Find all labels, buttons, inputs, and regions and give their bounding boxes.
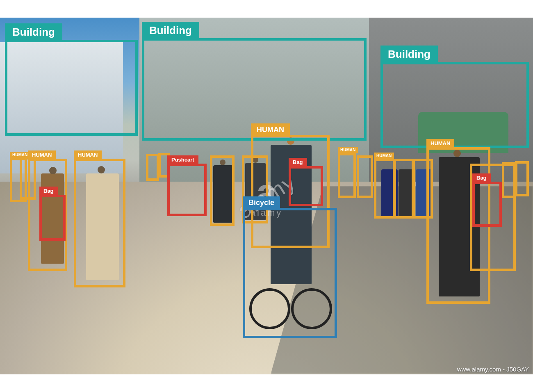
bbox-building-1: Building [5,40,138,136]
bbox-pushcart: Pushcart [167,164,207,216]
bbox-label: HUMAN [374,153,394,159]
bbox-label: Building [5,23,62,40]
bbox-building-3: Building [380,62,529,148]
bbox-bicycle: Bicycle [243,208,337,338]
stock-id-text: www.alamy.com - J50GAY [457,366,529,373]
bbox-label: Pushcart [167,155,198,164]
stage: alamy a alamy BuildingBuildingBuildingHU… [0,0,533,392]
bbox-human-l-2: HUMAN [74,159,125,287]
bbox-label: Building [142,22,199,38]
bbox-bag-center: Bag [289,166,323,206]
bbox-human-far-r2: HUMAN [515,161,529,196]
bbox-label: HUMAN [28,150,56,159]
bbox-label: HUMAN [426,139,454,147]
scene-canvas: alamy a alamy BuildingBuildingBuildingHU… [0,18,533,374]
bbox-human-mid-bg1: HUMAN [146,154,159,181]
bbox-label: Bicycle [243,196,280,208]
bbox-bag-l: Bag [39,195,66,241]
bbox-label: HUMAN [338,147,358,153]
bbox-human-r-bg2: HUMAN [357,155,373,198]
bbox-human-group-2: HUMAN [394,159,414,219]
bbox-human-group-1: HUMAN [374,159,395,219]
bbox-label: Bag [472,173,491,182]
bbox-label: HUMAN [74,150,102,159]
bbox-human-mid-1: HUMAN [210,155,235,226]
bbox-human-r-bg1: HUMAN [338,153,356,198]
bbox-human-far-r1: HUMAN [502,162,516,198]
bbox-label: Bag [289,158,307,166]
bbox-label: Bag [39,187,58,195]
bbox-label: Building [380,46,438,62]
bbox-label: HUMAN [251,123,290,135]
bbox-bag-r: Bag [472,182,502,227]
